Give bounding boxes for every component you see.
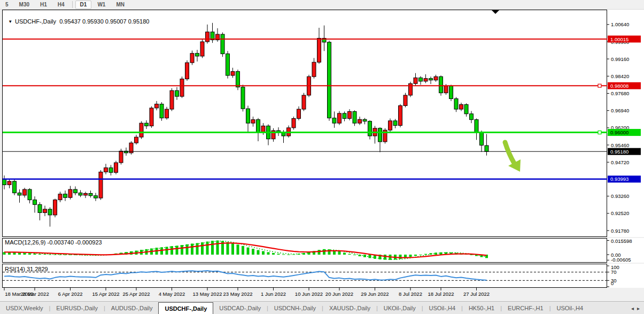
macd-histogram-bar <box>369 255 371 258</box>
candle-down <box>475 120 478 133</box>
rsi-indicator-title: RSI(14) 31.2829 <box>5 266 48 272</box>
candle-down <box>343 113 346 119</box>
candle-down <box>464 104 468 113</box>
macd-histogram-bar <box>414 255 417 256</box>
macd-histogram-bar <box>44 254 46 255</box>
candle-down <box>485 145 488 151</box>
candle-down <box>246 109 250 123</box>
date-tick-label: 1 Jun 2022 <box>261 291 286 297</box>
date-tick-label: 27 Jul 2022 <box>463 291 490 297</box>
tab-scroll-right-icon[interactable]: ▸ <box>637 305 640 311</box>
chart-tab-hk50-h1[interactable]: HK50-,H1 <box>463 302 500 314</box>
candle-up <box>53 200 57 215</box>
price-line-label: 0.93993 <box>610 176 629 182</box>
candle-down <box>79 193 82 195</box>
candle-up <box>338 113 342 123</box>
price-tick-label: 0.97680 <box>611 90 629 96</box>
macd-histogram-bar <box>353 255 356 255</box>
candle-down <box>378 128 382 142</box>
macd-histogram-bar <box>166 247 168 255</box>
date-tick-label: 10 Jun 2022 <box>295 291 323 297</box>
candle-down <box>160 104 164 118</box>
price-tick-label: 1.00640 <box>611 21 629 27</box>
candle-up <box>84 193 88 195</box>
candle-up <box>150 108 153 126</box>
candle-down <box>419 78 423 81</box>
macd-histogram-bar <box>282 254 285 255</box>
candle-up <box>68 189 72 197</box>
macd-histogram-bar <box>38 254 41 255</box>
tab-scroll-left-icon[interactable]: ◂ <box>631 305 634 311</box>
candle-up <box>114 163 118 172</box>
chart-tab-usdchf-daily[interactable]: USDCHF-,Daily <box>158 302 213 314</box>
macd-histogram-bar <box>277 254 280 255</box>
chart-tab-usoil-h4[interactable]: USOil-,H4 <box>551 302 589 314</box>
macd-histogram-bar <box>170 246 173 255</box>
candle-up <box>317 38 321 62</box>
hline-handle[interactable] <box>598 131 601 134</box>
macd-histogram-bar <box>206 242 209 255</box>
chart-dropdown-icon[interactable]: ▼ <box>8 19 12 24</box>
date-tick-label: 13 May 2022 <box>193 291 222 297</box>
chart-canvas[interactable]: 1.006400.999000.991600.984200.976800.969… <box>0 0 644 301</box>
macd-histogram-bar <box>49 254 51 255</box>
macd-histogram-bar <box>186 244 189 255</box>
macd-histogram-bar <box>211 241 214 255</box>
chart-tab-ukoil-daily[interactable]: UKOil-,Daily <box>378 302 422 314</box>
candle-down <box>145 123 149 126</box>
macd-histogram-bar <box>227 242 229 255</box>
candle-down <box>226 54 230 75</box>
chart-symbol-label: USDCHF-,Daily <box>15 18 56 25</box>
chart-tab-xauusd-daily[interactable]: XAUUSD-,Daily <box>323 302 376 314</box>
macd-histogram-bar <box>399 255 402 259</box>
candle-down <box>33 200 37 205</box>
candle-up <box>251 120 255 124</box>
main-panel-bg <box>2 10 644 237</box>
candle-up <box>7 181 11 185</box>
price-line-label: 0.95180 <box>610 149 629 155</box>
candle-up <box>424 79 428 81</box>
macd-histogram-bar <box>24 253 26 255</box>
candle-down <box>368 121 372 136</box>
price-tick-label: 0.98420 <box>611 73 629 79</box>
candle-up <box>165 109 169 118</box>
date-tick-label: 18 Jul 2022 <box>428 291 454 297</box>
date-tick-label: 20 Jun 2022 <box>325 291 353 297</box>
date-tick-label: 15 Apr 2022 <box>92 291 119 297</box>
price-tick-label: 0.99160 <box>611 56 629 62</box>
chart-tab-eurchf-h1[interactable]: EURCHF-,H1 <box>502 302 549 314</box>
date-tick-label: 8 Jul 2022 <box>399 291 422 297</box>
chart-tab-audusd-daily[interactable]: AUDUSD-,Daily <box>105 302 159 314</box>
price-tick-label: 0.93260 <box>611 193 629 199</box>
candle-down <box>13 181 17 193</box>
macd-histogram-bar <box>13 252 16 255</box>
candle-down <box>480 133 484 145</box>
macd-histogram-bar <box>409 255 412 257</box>
macd-histogram-bar <box>420 255 422 255</box>
macd-histogram-bar <box>231 243 234 255</box>
candle-down <box>221 34 224 54</box>
chart-tab-usdx-weekly[interactable]: USDX,Weekly <box>0 302 49 314</box>
macd-histogram-bar <box>338 251 341 255</box>
macd-histogram-bar <box>288 255 290 255</box>
hline-handle[interactable] <box>598 84 601 87</box>
price-line-label: 0.98008 <box>610 83 629 89</box>
candle-down <box>353 111 356 123</box>
chart-tab-usoil-h4[interactable]: USOil-,H4 <box>423 302 462 314</box>
rsi-axis-label: 0 <box>611 280 614 286</box>
rsi-axis-label: 70 <box>611 269 617 275</box>
candle-up <box>297 109 301 118</box>
candle-down <box>48 209 52 215</box>
date-tick-label: 25 Apr 2022 <box>122 291 150 297</box>
candle-down <box>236 72 240 87</box>
candle-up <box>58 194 62 200</box>
date-tick-label: 4 May 2022 <box>159 291 185 297</box>
macd-histogram-bar <box>201 242 204 255</box>
chart-tab-usdcnh-daily[interactable]: USDCNH-,Daily <box>268 302 322 314</box>
macd-axis-label: -0.00605 <box>611 257 631 263</box>
macd-histogram-bar <box>470 255 473 255</box>
chart-tab-eurusd-daily[interactable]: EURUSD-,Daily <box>50 302 104 314</box>
chart-tab-usdcad-daily[interactable]: USDCAD-,Daily <box>213 302 267 314</box>
candle-up <box>444 86 448 93</box>
macd-histogram-bar <box>242 246 244 255</box>
